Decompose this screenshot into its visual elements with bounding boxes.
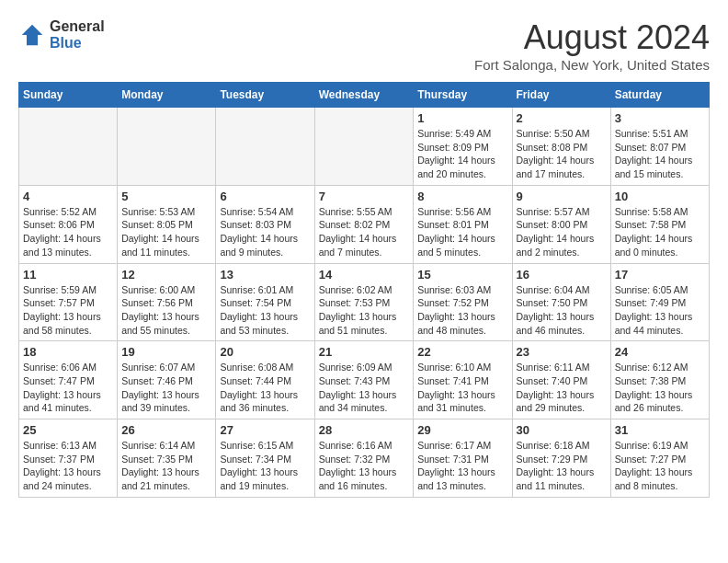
day-info: Sunrise: 6:10 AM Sunset: 7:41 PM Dayligh… [417, 361, 507, 415]
day-number: 23 [517, 345, 607, 359]
calendar-cell: 25Sunrise: 6:13 AM Sunset: 7:37 PM Dayli… [19, 419, 118, 498]
calendar-cell: 2Sunrise: 5:50 AM Sunset: 8:08 PM Daylig… [512, 108, 610, 186]
col-header-saturday: Saturday [610, 83, 709, 108]
day-number: 3 [615, 111, 705, 125]
day-number: 26 [121, 423, 211, 437]
calendar-cell: 13Sunrise: 6:01 AM Sunset: 7:54 PM Dayli… [216, 263, 314, 341]
calendar-cell: 28Sunrise: 6:16 AM Sunset: 7:32 PM Dayli… [314, 419, 414, 498]
day-info: Sunrise: 5:50 AM Sunset: 8:08 PM Dayligh… [517, 127, 607, 181]
day-number: 11 [23, 268, 113, 282]
day-info: Sunrise: 6:11 AM Sunset: 7:40 PM Dayligh… [517, 361, 607, 415]
day-info: Sunrise: 6:04 AM Sunset: 7:50 PM Dayligh… [517, 283, 607, 338]
calendar-cell: 19Sunrise: 6:07 AM Sunset: 7:46 PM Dayli… [118, 341, 216, 419]
calendar-cell [118, 108, 216, 186]
day-number: 31 [615, 423, 705, 437]
day-number: 13 [220, 268, 310, 282]
logo-blue: Blue [50, 35, 105, 52]
day-number: 5 [121, 190, 211, 203]
day-info: Sunrise: 6:16 AM Sunset: 7:32 PM Dayligh… [319, 439, 410, 493]
calendar-cell: 6Sunrise: 5:54 AM Sunset: 8:03 PM Daylig… [216, 185, 314, 263]
day-number: 30 [517, 423, 607, 437]
day-info: Sunrise: 6:15 AM Sunset: 7:34 PM Dayligh… [220, 439, 310, 493]
calendar-cell: 18Sunrise: 6:06 AM Sunset: 7:47 PM Dayli… [19, 341, 118, 419]
calendar-cell: 12Sunrise: 6:00 AM Sunset: 7:56 PM Dayli… [118, 263, 216, 341]
calendar-cell: 17Sunrise: 6:05 AM Sunset: 7:49 PM Dayli… [610, 263, 709, 341]
calendar-cell: 1Sunrise: 5:49 AM Sunset: 8:09 PM Daylig… [414, 108, 512, 186]
day-info: Sunrise: 6:14 AM Sunset: 7:35 PM Dayligh… [121, 439, 211, 493]
logo-general: General [50, 18, 105, 35]
day-number: 24 [615, 345, 705, 359]
day-number: 16 [517, 268, 607, 282]
day-number: 2 [517, 111, 607, 125]
calendar-cell: 7Sunrise: 5:55 AM Sunset: 8:02 PM Daylig… [314, 185, 414, 263]
day-info: Sunrise: 6:18 AM Sunset: 7:29 PM Dayligh… [517, 439, 607, 493]
col-header-wednesday: Wednesday [314, 83, 414, 108]
day-number: 9 [517, 190, 607, 203]
calendar-cell: 15Sunrise: 6:03 AM Sunset: 7:52 PM Dayli… [414, 263, 512, 341]
day-info: Sunrise: 6:01 AM Sunset: 7:54 PM Dayligh… [220, 283, 310, 338]
calendar-cell: 14Sunrise: 6:02 AM Sunset: 7:53 PM Dayli… [314, 263, 414, 341]
calendar-cell: 8Sunrise: 5:56 AM Sunset: 8:01 PM Daylig… [414, 185, 512, 263]
day-number: 7 [319, 190, 410, 203]
logo: General Blue [18, 18, 105, 51]
day-number: 14 [319, 268, 410, 282]
day-info: Sunrise: 6:00 AM Sunset: 7:56 PM Dayligh… [121, 283, 211, 338]
calendar-cell: 20Sunrise: 6:08 AM Sunset: 7:44 PM Dayli… [216, 341, 314, 419]
calendar-cell: 3Sunrise: 5:51 AM Sunset: 8:07 PM Daylig… [610, 108, 709, 186]
day-number: 17 [615, 268, 705, 282]
day-number: 28 [319, 423, 410, 437]
calendar-cell: 26Sunrise: 6:14 AM Sunset: 7:35 PM Dayli… [118, 419, 216, 498]
day-info: Sunrise: 6:09 AM Sunset: 7:43 PM Dayligh… [319, 361, 410, 415]
day-info: Sunrise: 5:57 AM Sunset: 8:00 PM Dayligh… [517, 205, 607, 259]
day-info: Sunrise: 6:03 AM Sunset: 7:52 PM Dayligh… [417, 283, 507, 338]
calendar-cell [19, 108, 118, 186]
col-header-friday: Friday [512, 83, 610, 108]
calendar-table: SundayMondayTuesdayWednesdayThursdayFrid… [18, 82, 710, 498]
calendar-cell: 22Sunrise: 6:10 AM Sunset: 7:41 PM Dayli… [414, 341, 512, 419]
day-number: 27 [220, 423, 310, 437]
day-info: Sunrise: 6:08 AM Sunset: 7:44 PM Dayligh… [220, 361, 310, 415]
day-info: Sunrise: 6:12 AM Sunset: 7:38 PM Dayligh… [615, 361, 705, 415]
calendar-cell: 21Sunrise: 6:09 AM Sunset: 7:43 PM Dayli… [314, 341, 414, 419]
calendar-cell: 23Sunrise: 6:11 AM Sunset: 7:40 PM Dayli… [512, 341, 610, 419]
day-number: 1 [417, 111, 507, 125]
logo-icon [18, 21, 46, 49]
col-header-monday: Monday [118, 83, 216, 108]
day-number: 25 [23, 423, 113, 437]
day-info: Sunrise: 5:49 AM Sunset: 8:09 PM Dayligh… [417, 127, 507, 181]
day-info: Sunrise: 6:19 AM Sunset: 7:27 PM Dayligh… [615, 439, 705, 493]
calendar-cell: 27Sunrise: 6:15 AM Sunset: 7:34 PM Dayli… [216, 419, 314, 498]
day-number: 4 [23, 190, 113, 203]
col-header-sunday: Sunday [19, 83, 118, 108]
calendar-cell: 24Sunrise: 6:12 AM Sunset: 7:38 PM Dayli… [610, 341, 709, 419]
day-info: Sunrise: 5:58 AM Sunset: 7:58 PM Dayligh… [615, 205, 705, 259]
calendar-cell: 31Sunrise: 6:19 AM Sunset: 7:27 PM Dayli… [610, 419, 709, 498]
day-info: Sunrise: 5:54 AM Sunset: 8:03 PM Dayligh… [220, 205, 310, 259]
location-title: Fort Salonga, New York, United States [474, 57, 710, 73]
week-row-2: 4Sunrise: 5:52 AM Sunset: 8:06 PM Daylig… [19, 185, 710, 263]
col-header-thursday: Thursday [414, 83, 512, 108]
week-row-4: 18Sunrise: 6:06 AM Sunset: 7:47 PM Dayli… [19, 341, 710, 419]
calendar-cell: 30Sunrise: 6:18 AM Sunset: 7:29 PM Dayli… [512, 419, 610, 498]
day-number: 20 [220, 345, 310, 359]
day-info: Sunrise: 5:59 AM Sunset: 7:57 PM Dayligh… [23, 283, 113, 338]
title-block: August 2024 Fort Salonga, New York, Unit… [474, 18, 710, 73]
calendar-cell: 16Sunrise: 6:04 AM Sunset: 7:50 PM Dayli… [512, 263, 610, 341]
svg-marker-0 [22, 24, 43, 45]
day-number: 21 [319, 345, 410, 359]
day-info: Sunrise: 5:56 AM Sunset: 8:01 PM Dayligh… [417, 205, 507, 259]
calendar-cell [314, 108, 414, 186]
day-number: 19 [121, 345, 211, 359]
day-number: 18 [23, 345, 113, 359]
day-number: 8 [417, 190, 507, 203]
day-info: Sunrise: 6:07 AM Sunset: 7:46 PM Dayligh… [121, 361, 211, 415]
week-row-3: 11Sunrise: 5:59 AM Sunset: 7:57 PM Dayli… [19, 263, 710, 341]
week-row-1: 1Sunrise: 5:49 AM Sunset: 8:09 PM Daylig… [19, 108, 710, 186]
page-header: General Blue August 2024 Fort Salonga, N… [18, 18, 710, 73]
day-info: Sunrise: 6:06 AM Sunset: 7:47 PM Dayligh… [23, 361, 113, 415]
day-info: Sunrise: 5:55 AM Sunset: 8:02 PM Dayligh… [319, 205, 410, 259]
day-number: 12 [121, 268, 211, 282]
day-info: Sunrise: 6:02 AM Sunset: 7:53 PM Dayligh… [319, 283, 410, 338]
day-number: 10 [615, 190, 705, 203]
calendar-cell: 11Sunrise: 5:59 AM Sunset: 7:57 PM Dayli… [19, 263, 118, 341]
